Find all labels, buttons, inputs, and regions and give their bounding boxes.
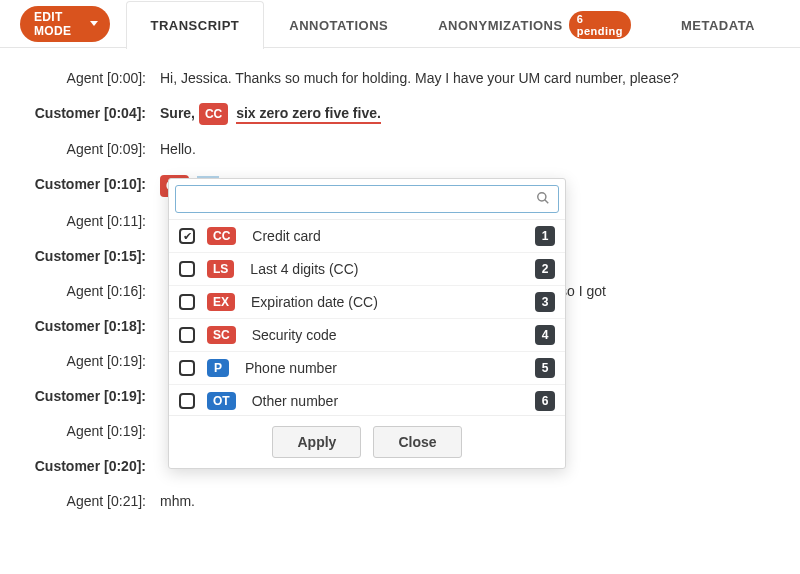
transcript-row: Agent [0:00]:Hi, Jessica. Thanks so much… [10,68,770,89]
option-label: Expiration date (CC) [251,294,523,310]
tag-icon: SC [207,326,236,344]
option-sc[interactable]: SCSecurity code4 [169,319,565,352]
speaker-label: Agent [0:19]: [10,351,160,372]
option-label: Last 4 digits (CC) [250,261,523,277]
shortcut-key: 2 [535,259,555,279]
speaker-label: Agent [0:00]: [10,68,160,89]
utterance[interactable]: Sure, CC six zero zero five five. [160,103,770,125]
utterance[interactable]: mhm. [160,491,770,512]
option-p[interactable]: PPhone number5 [169,352,565,385]
search-icon [536,191,550,208]
checkbox[interactable] [179,327,195,343]
apply-button[interactable]: Apply [272,426,361,458]
tag-icon: EX [207,293,235,311]
tab-label: METADATA [681,18,755,33]
speaker-label: Customer [0:20]: [10,456,160,477]
tag-icon: P [207,359,229,377]
option-ex[interactable]: EXExpiration date (CC)3 [169,286,565,319]
option-ls[interactable]: LSLast 4 digits (CC)2 [169,253,565,286]
tag-icon: OT [207,392,236,410]
chevron-down-icon [90,21,98,26]
option-ot[interactable]: OTOther number6 [169,385,565,415]
tab-bar: EDIT MODE TRANSCRIPTANNOTATIONSANONYMIZA… [0,0,800,48]
transcript-row: Agent [0:09]:Hello. [10,139,770,160]
shortcut-key: 3 [535,292,555,312]
speaker-label: Agent [0:16]: [10,281,160,302]
shortcut-key: 6 [535,391,555,411]
tab-badge: 6 pending [569,11,631,39]
tag-cc[interactable]: CC [199,103,228,125]
checkbox[interactable] [179,261,195,277]
option-label: Credit card [252,228,523,244]
speaker-label: Customer [0:18]: [10,316,160,337]
close-button[interactable]: Close [373,426,461,458]
checkbox[interactable] [179,393,195,409]
speaker-label: Customer [0:04]: [10,103,160,124]
shortcut-key: 4 [535,325,555,345]
checkbox[interactable] [179,228,195,244]
panel-search-wrapper [175,185,559,213]
transcript-row: Agent [0:21]:mhm. [10,491,770,512]
speaker-label: Agent [0:11]: [10,211,160,232]
panel-actions: Apply Close [169,415,565,468]
speaker-label: Customer [0:10]: [10,174,160,195]
checkbox[interactable] [179,294,195,310]
transcript-row: Customer [0:04]:Sure, CC six zero zero f… [10,103,770,125]
tab-metadata[interactable]: METADATA [656,1,780,49]
option-cc[interactable]: CCCredit card1 [169,220,565,253]
speaker-label: Customer [0:15]: [10,246,160,267]
annotation-panel: CCCredit card1LSLast 4 digits (CC)2EXExp… [168,178,566,469]
utterance[interactable]: Hi, Jessica. Thanks so much for holding.… [160,68,770,89]
marked-span[interactable]: six zero zero five five. [236,105,381,124]
tab-label: ANONYMIZATIONS [438,18,562,33]
shortcut-key: 5 [535,358,555,378]
speaker-label: Agent [0:19]: [10,421,160,442]
svg-point-0 [538,192,546,200]
panel-search-input[interactable] [184,190,536,208]
option-label: Other number [252,393,523,409]
speaker-label: Agent [0:09]: [10,139,160,160]
tab-label: ANNOTATIONS [289,18,388,33]
tab-annotations[interactable]: ANNOTATIONS [264,1,413,49]
utterance[interactable]: Hello. [160,139,770,160]
shortcut-key: 1 [535,226,555,246]
svg-line-1 [545,199,549,203]
transcript-content: Agent [0:00]:Hi, Jessica. Thanks so much… [0,48,800,546]
edit-mode-button[interactable]: EDIT MODE [20,6,110,42]
speaker-label: Customer [0:19]: [10,386,160,407]
speaker-label: Agent [0:21]: [10,491,160,512]
tab-transcript[interactable]: TRANSCRIPT [126,1,265,49]
tag-icon: CC [207,227,236,245]
tab-label: TRANSCRIPT [151,18,240,33]
option-list[interactable]: CCCredit card1LSLast 4 digits (CC)2EXExp… [169,219,565,415]
edit-mode-label: EDIT MODE [34,10,84,38]
checkbox[interactable] [179,360,195,376]
tag-icon: LS [207,260,234,278]
option-label: Security code [252,327,523,343]
option-label: Phone number [245,360,523,376]
tab-anonymizations[interactable]: ANONYMIZATIONS6 pending [413,1,656,49]
